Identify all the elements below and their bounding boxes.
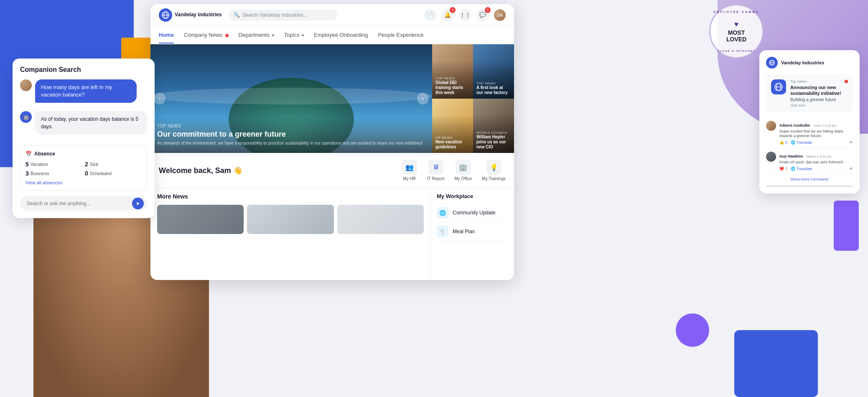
more-news-section: More News [150, 188, 430, 280]
badge-stamp: EMPLOYEE COMMS ♥ MOSTLOVED CLOUD & INTRA… [709, 4, 764, 59]
side-news-cio[interactable]: Works Council William Hepler joins us as… [473, 99, 514, 153]
notifications-badge: 3 [450, 7, 456, 13]
chat-bubble-user: How many days are left in my vacation ba… [35, 79, 137, 103]
quick-link-my-office[interactable]: 🏢 My Office [454, 160, 472, 181]
chat-bubble-bot: As of today, your vacation days balance … [35, 111, 147, 135]
topics-chevron: ▾ [302, 33, 304, 38]
my-office-icon: 🏢 [456, 160, 471, 175]
absence-card: 📅 Absence 5 Vacation 2 Sick 3 Business 0… [20, 145, 147, 191]
hero-prev-button[interactable]: ‹ [154, 93, 165, 104]
nav-people-experience[interactable]: People Experience [378, 27, 423, 43]
notif-time: Just now [790, 103, 848, 107]
bg-blue-bottom-right [734, 330, 818, 397]
departments-chevron: ▾ [272, 33, 274, 38]
absence-header: 📅 Absence [25, 151, 142, 157]
side-news-factory[interactable]: Top News A first look at our new factory [473, 44, 514, 99]
mobile-panel-footer [766, 186, 853, 187]
intranet-window: Vandelay Industries 🔍 Search Vandelay In… [150, 4, 514, 280]
comment-date-0: June 4 2:18 pm [814, 124, 837, 127]
comment-avatar-guy [766, 152, 776, 162]
hero-title: Our commitment to a greener future [157, 130, 425, 139]
like-button-0[interactable]: 👍 5 [779, 140, 787, 145]
nav-topics[interactable]: Topics ▾ [284, 27, 304, 43]
notifications-button[interactable]: 🔔 3 [441, 9, 454, 21]
comment-avatar-adaora [766, 121, 776, 131]
community-update-icon: 🌐 [437, 207, 448, 219]
more-news-title: More News [157, 193, 424, 200]
side-news-dei[interactable]: Top News Global DEI training starts this… [432, 44, 473, 99]
translate-button-1[interactable]: 🌐 Translate [791, 167, 812, 171]
mobile-logo [766, 57, 778, 69]
my-trainings-icon: 💡 [486, 160, 501, 175]
welcome-text: Welcome back, Sam 👋 [159, 166, 242, 175]
header-icons: 📄 🔔 3 ⋮⋮ 💬 5 SA [424, 9, 506, 21]
notif-subtitle: Building a greener future [790, 97, 848, 102]
companion-title: Companion Search [20, 66, 147, 74]
user-avatar-header[interactable]: SA [494, 9, 506, 21]
nav-company-news[interactable]: Company News [184, 27, 228, 43]
apps-button[interactable]: ⋮⋮ [459, 9, 471, 21]
hero-next-button[interactable]: › [417, 93, 429, 104]
search-icon: 🔍 [234, 12, 240, 18]
notification-card[interactable]: Top News Announcing our new sustainabili… [766, 74, 853, 112]
absence-business: 3 Business [25, 170, 82, 177]
search-placeholder: Search Vandelay Industries... [242, 12, 308, 18]
translate-icon-0: 🌐 [791, 140, 795, 145]
chat-message-user-row: How many days are left in my vacation ba… [20, 79, 147, 107]
messages-button[interactable]: 💬 5 [476, 9, 489, 21]
news-thumb-1[interactable] [157, 205, 244, 234]
company-name: Vandelay Industries [175, 12, 222, 18]
workplace-meal-plan[interactable]: 🍴 Meal Plan [437, 222, 508, 241]
welcome-area: Welcome back, Sam 👋 👥 My HR 🖥 IT Report … [150, 153, 514, 188]
chat-message-bot-row: 🤖 As of today, your vacation days balanc… [20, 111, 147, 140]
absence-grid: 5 Vacation 2 Sick 3 Business 0 Scheduled [25, 161, 142, 177]
like-button-1[interactable]: ❤️ 7 [779, 167, 787, 171]
company-logo-icon [159, 8, 172, 22]
comment-section: Adaora Azubuike June 4 2:18 pm Super exc… [766, 117, 853, 175]
companion-input-wrap: ➤ [20, 196, 147, 211]
documents-button[interactable]: 📄 [424, 9, 436, 21]
messages-badge: 5 [485, 7, 491, 13]
comment-actions-0: 👍 5 🌐 Translate 👁 [779, 140, 853, 145]
notif-unread-dot [845, 80, 848, 83]
mobile-notification-panel: Vandelay Industries Top News Announcing … [759, 50, 860, 193]
send-button[interactable]: ➤ [132, 198, 144, 209]
calendar-icon: 📅 [25, 151, 32, 157]
intranet-body: ‹ › Top News Our commitment to a greener… [150, 44, 514, 280]
nav-departments[interactable]: Departments ▾ [239, 27, 274, 43]
apps-icon: ⋮⋮ [460, 12, 471, 18]
company-news-dot [225, 34, 229, 37]
quick-link-it-report[interactable]: 🖥 IT Report [427, 160, 445, 181]
search-bar[interactable]: 🔍 Search Vandelay Industries... [229, 10, 337, 20]
translate-icon-1: 🌐 [791, 167, 795, 171]
show-more-comments[interactable]: Show more Comments [766, 177, 853, 181]
documents-icon: 📄 [427, 12, 433, 18]
view-all-absences-link[interactable]: View all absences [25, 180, 142, 185]
news-thumb-3[interactable] [337, 205, 424, 234]
news-thumb-2[interactable] [247, 205, 333, 234]
mobile-company-name: Vandelay Industries [781, 60, 824, 65]
eye-button-0[interactable]: 👁 [849, 140, 853, 145]
companion-search-input[interactable] [20, 196, 147, 211]
bell-icon: 🔔 [444, 12, 451, 18]
eye-button-1[interactable]: 👁 [849, 167, 853, 171]
quick-link-my-trainings[interactable]: 💡 My Trainings [482, 160, 506, 181]
intranet-nav: Home Company News Departments ▾ Topics ▾… [150, 26, 514, 44]
translate-button-0[interactable]: 🌐 Translate [791, 140, 812, 145]
my-hr-icon: 👥 [402, 160, 417, 175]
bg-purple-small [676, 313, 709, 347]
comment-item-0: Adaora Azubuike June 4 2:18 pm Super exc… [766, 117, 853, 148]
intranet-header: Vandelay Industries 🔍 Search Vandelay In… [150, 4, 514, 26]
workplace-community-update[interactable]: 🌐 Community Update [437, 204, 508, 222]
side-news-vacation[interactable]: HR News New vacation guidelines [432, 99, 473, 153]
absence-scheduled: 0 Scheduled [85, 170, 142, 177]
my-workplace-section: My Workplace 🌐 Community Update 🍴 Meal P… [430, 188, 514, 280]
nav-employee-onboarding[interactable]: Employee Onboarding [314, 27, 368, 43]
bottom-split: More News My Workplace 🌐 Community Updat… [150, 188, 514, 280]
meal-plan-icon: 🍴 [437, 226, 448, 237]
bot-icon: 🤖 [20, 111, 32, 123]
hero-overlay: Top News Our commitment to a greener fut… [150, 117, 432, 153]
comment-text-1: Finde ich auch, das war sehr frühreich [779, 160, 853, 165]
nav-home[interactable]: Home [159, 27, 174, 43]
quick-link-my-hr[interactable]: 👥 My HR [402, 160, 417, 181]
